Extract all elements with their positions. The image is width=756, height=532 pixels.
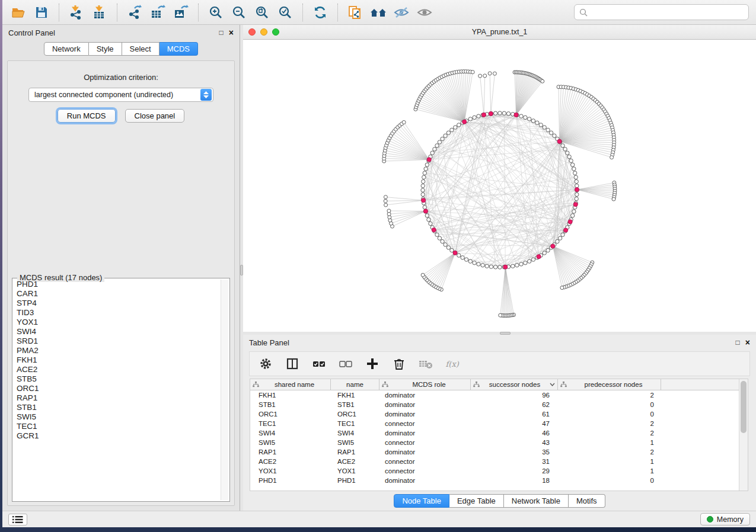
show-all-icon[interactable] — [416, 4, 433, 21]
table-cell[interactable]: SWI5 — [331, 438, 379, 447]
table-row[interactable]: SWI5SWI5connector431 — [250, 438, 748, 447]
table-row[interactable]: TEC1TEC1connector472 — [250, 419, 748, 428]
table-cell[interactable]: ORC1 — [331, 409, 379, 419]
delete-table-icon[interactable] — [418, 356, 433, 371]
table-cell[interactable]: YOX1 — [331, 466, 379, 476]
table-cell[interactable]: 2 — [558, 419, 661, 428]
table-cell[interactable]: dominator — [379, 400, 471, 409]
tab-network-table[interactable]: Network Table — [504, 494, 569, 508]
table-cell[interactable]: 47 — [471, 419, 558, 428]
table-cell[interactable]: ACE2 — [331, 457, 379, 466]
mcds-result-item[interactable]: ORC1 — [14, 384, 220, 393]
mcds-result-item[interactable]: STP4 — [14, 299, 220, 308]
task-history-button[interactable] — [8, 514, 27, 525]
table-cell[interactable]: 2 — [558, 447, 661, 457]
zoom-in-icon[interactable] — [207, 4, 225, 21]
first-neighbors-icon[interactable] — [369, 4, 387, 21]
mcds-result-item[interactable]: ACE2 — [14, 365, 220, 374]
table-cell[interactable]: ACE2 — [250, 457, 331, 466]
table-cell[interactable]: 62 — [471, 400, 558, 409]
float-panel-icon[interactable]: □ — [219, 29, 224, 36]
zoom-selected-icon[interactable] — [276, 4, 294, 21]
run-mcds-button[interactable]: Run MCDS — [58, 109, 116, 123]
table-cell[interactable]: 1 — [558, 457, 661, 466]
table-cell[interactable]: YOX1 — [250, 466, 331, 476]
table-cell[interactable]: SWI4 — [250, 428, 331, 438]
vertical-splitter[interactable] — [240, 25, 243, 511]
save-session-icon[interactable] — [33, 4, 50, 21]
table-cell[interactable]: dominator — [379, 390, 471, 400]
table-cell[interactable]: dominator — [379, 428, 471, 438]
mcds-result-item[interactable]: TEC1 — [14, 422, 220, 431]
table-cell[interactable]: 2 — [558, 428, 661, 438]
table-cell[interactable]: PHD1 — [331, 476, 379, 485]
mcds-result-item[interactable]: FKH1 — [14, 355, 220, 365]
column-header-shared-name[interactable]: shared name — [250, 379, 331, 390]
table-row[interactable]: SWI4SWI4dominator462 — [250, 428, 748, 438]
table-row[interactable]: FKH1FKH1dominator962 — [250, 390, 748, 400]
horizontal-splitter[interactable] — [243, 332, 756, 335]
table-cell[interactable]: RAP1 — [331, 447, 379, 457]
table-cell[interactable]: 46 — [471, 428, 558, 438]
mcds-result-item[interactable]: TID3 — [14, 308, 220, 318]
export-image-icon[interactable] — [172, 4, 190, 21]
mcds-result-item[interactable]: YOX1 — [14, 318, 220, 327]
zoom-out-icon[interactable] — [230, 4, 248, 21]
column-layout-icon[interactable] — [285, 356, 300, 371]
network-canvas-svg[interactable] — [243, 40, 756, 332]
table-cell[interactable]: 43 — [471, 438, 558, 447]
table-cell[interactable]: 29 — [471, 466, 558, 476]
table-cell[interactable]: ORC1 — [250, 409, 331, 419]
close-panel-icon[interactable]: × — [745, 338, 750, 347]
memory-button[interactable]: Memory — [700, 513, 750, 525]
refresh-layout-icon[interactable] — [311, 4, 329, 21]
table-cell[interactable]: SWI4 — [331, 428, 379, 438]
column-header-MCDS-role[interactable]: MCDS role — [379, 379, 471, 390]
close-panel-button[interactable]: Close panel — [125, 109, 185, 123]
tab-mcds[interactable]: MCDS — [160, 42, 198, 56]
tab-motifs[interactable]: Motifs — [569, 494, 605, 508]
tab-edge-table[interactable]: Edge Table — [449, 494, 504, 508]
export-table-icon[interactable] — [149, 4, 167, 21]
mcds-result-item[interactable]: STB1 — [14, 403, 220, 412]
table-row[interactable]: RAP1RAP1dominator352 — [250, 447, 748, 457]
table-cell[interactable]: PHD1 — [250, 476, 331, 485]
tab-node-table[interactable]: Node Table — [394, 494, 449, 508]
tab-network[interactable]: Network — [44, 42, 89, 56]
table-cell[interactable]: TEC1 — [331, 419, 379, 428]
table-cell[interactable]: STB1 — [331, 400, 379, 409]
mcds-result-item[interactable]: STB5 — [14, 374, 220, 384]
mcds-result-item[interactable]: SWI5 — [14, 412, 220, 422]
table-cell[interactable]: connector — [379, 466, 471, 476]
export-network-icon[interactable] — [126, 4, 143, 21]
table-cell[interactable]: 61 — [471, 409, 558, 419]
mcds-result-item[interactable]: RAP1 — [14, 393, 220, 403]
column-header-name[interactable]: name — [331, 379, 379, 390]
table-cell[interactable]: 0 — [558, 409, 661, 419]
column-header-predecessor-nodes[interactable]: predecessor nodes — [558, 379, 661, 390]
optimization-criterion-select[interactable]: largest connected component (undirected) — [28, 88, 213, 102]
table-cell[interactable]: dominator — [379, 447, 471, 457]
table-row[interactable]: ACE2ACE2connector311 — [250, 457, 748, 466]
mcds-result-scrollbar[interactable] — [221, 280, 228, 500]
delete-column-icon[interactable] — [391, 356, 407, 371]
mcds-result-item[interactable]: PHD1 — [14, 280, 220, 289]
search-input[interactable] — [591, 8, 744, 17]
table-cell[interactable]: 31 — [471, 457, 558, 466]
table-cell[interactable]: 0 — [558, 476, 661, 485]
deselect-all-icon[interactable] — [338, 356, 353, 371]
tab-select[interactable]: Select — [122, 42, 160, 56]
mcds-result-item[interactable]: GCR1 — [14, 431, 220, 441]
splitter-grip[interactable] — [240, 265, 243, 275]
table-cell[interactable]: connector — [379, 457, 471, 466]
table-cell[interactable]: FKH1 — [250, 390, 331, 400]
table-cell[interactable]: FKH1 — [331, 390, 379, 400]
table-cell[interactable]: connector — [379, 438, 471, 447]
column-header-successor-nodes[interactable]: successor nodes — [471, 379, 558, 390]
table-cell[interactable]: TEC1 — [250, 419, 331, 428]
splitter-grip[interactable] — [500, 332, 511, 335]
table-cell[interactable]: SWI5 — [250, 438, 331, 447]
table-row[interactable]: STB1STB1dominator620 — [250, 400, 748, 409]
table-row[interactable]: ORC1ORC1dominator610 — [250, 409, 748, 419]
table-cell[interactable]: RAP1 — [250, 447, 331, 457]
